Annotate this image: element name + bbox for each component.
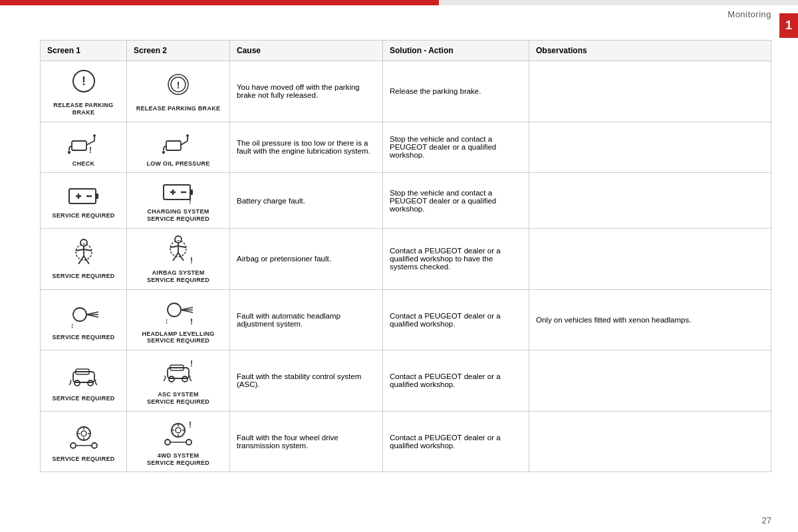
obs-cell: Only on vehicles fitted with xenon headl… [529, 289, 771, 350]
svg-text:!: ! [177, 80, 180, 90]
svg-point-72 [70, 443, 76, 448]
obs-cell [529, 173, 771, 229]
svg-line-41 [178, 246, 186, 247]
monitoring-table: Screen 1 Screen 2 Cause Solution - Actio… [40, 40, 771, 472]
table-row: SERVICE REQUIRED ! [41, 173, 771, 229]
svg-line-40 [170, 246, 178, 247]
obs-cell [529, 350, 771, 412]
svg-line-34 [84, 249, 92, 251]
cause-cell: Fault with automatic headlamp adjustment… [230, 289, 383, 350]
svg-text:!: ! [189, 196, 192, 205]
screen1-cell: ↕ SERVICE REQUIRED [41, 289, 127, 350]
svg-point-11 [68, 150, 70, 154]
col-header-screen2: Screen 2 [127, 41, 230, 61]
top-bar [0, 0, 798, 5]
solution-cell: Contact a PEUGEOT dealer or a qualified … [383, 350, 529, 412]
svg-point-63 [169, 376, 174, 382]
table-row: ↕ SERVICE REQUIRED ↕ ! [41, 289, 771, 350]
svg-line-14 [181, 141, 188, 145]
col-header-observations: Observations [529, 41, 771, 61]
screen1-cell: SERVICE REQUIRED [41, 350, 127, 412]
cause-cell: Battery charge fault. [230, 173, 383, 229]
headlamp-icon-s1: ↕ SERVICE REQUIRED [52, 299, 114, 341]
page-number: 27 [762, 515, 771, 525]
headlamp-icon-s2: ↕ ! HEADLAMP LEVELLINGSERVICE REQUIRED [142, 295, 214, 345]
cause-cell: Fault with the four wheel drive transmis… [230, 411, 383, 472]
screen1-cell: ! CHECK [41, 122, 127, 173]
svg-point-38 [175, 236, 182, 243]
cause-cell: You have moved off with the parking brak… [230, 61, 383, 122]
4wd-icon-s2: ! 4WD SYSTEMSERVICE REQUIRED [147, 417, 209, 467]
svg-text:!: ! [189, 420, 192, 430]
battery-icon-s2: ! CHARGING SYSTEMSERVICE REQUIRED [147, 178, 209, 223]
svg-point-67 [81, 431, 86, 436]
screen1-cell: SERVICE REQUIRED [41, 411, 127, 472]
cause-cell: Fault with the stability control system … [230, 350, 383, 412]
cause-cell: Airbag or pretensioner fault. [230, 228, 383, 289]
oil-pressure-icon-s1: ! CHECK [66, 128, 101, 168]
cause-cell: The oil pressure is too low or there is … [230, 122, 383, 173]
battery-icon-s1: SERVICE REQUIRED [52, 182, 114, 219]
table-row: ! RELEASE PARKINGBRAKE ! RELEASE PARKING… [41, 61, 771, 122]
solution-cell: Contact a PEUGEOT dealer or a qualified … [383, 411, 529, 472]
svg-point-59 [74, 380, 80, 386]
svg-text:↕: ↕ [70, 321, 74, 329]
screen2-cell: ! 4WD SYSTEMSERVICE REQUIRED [127, 411, 230, 472]
solution-cell: Contact a PEUGEOT dealer or a qualified … [383, 289, 529, 350]
airbag-icon-s1: SERVICE REQUIRED [52, 237, 114, 280]
svg-point-31 [80, 239, 87, 246]
svg-line-33 [76, 249, 84, 251]
svg-point-76 [176, 428, 181, 433]
airbag-icon-s2: ! AIRBAG SYSTEMSERVICE REQUIRED [147, 234, 209, 284]
svg-point-81 [165, 440, 170, 445]
obs-cell [529, 228, 771, 289]
obs-cell [529, 61, 771, 122]
svg-rect-5 [72, 141, 86, 150]
parking-brake-icon-s1: ! RELEASE PARKINGBRAKE [53, 66, 113, 116]
screen2-cell: ↕ ! HEADLAMP LEVELLINGSERVICE REQUIRED [127, 289, 230, 350]
solution-cell: Release the parking brake. [383, 61, 529, 122]
svg-rect-26 [190, 190, 193, 195]
page-header: Monitoring [728, 9, 771, 19]
oil-pressure-icon-s2: LOW OIL PRESSURE [146, 128, 209, 168]
table-row: SERVICE REQUIRED ! [41, 228, 771, 289]
obs-cell [529, 411, 771, 472]
svg-point-46 [73, 308, 86, 321]
svg-point-19 [162, 150, 165, 154]
svg-text:!: ! [190, 256, 193, 265]
col-header-screen1: Screen 1 [41, 41, 127, 61]
table-row: SERVICE REQUIRED [41, 411, 771, 472]
svg-text:↕: ↕ [165, 317, 169, 325]
screen1-cell: SERVICE REQUIRED [41, 228, 127, 289]
svg-text:!: ! [190, 359, 193, 368]
svg-point-64 [182, 376, 188, 382]
svg-point-73 [92, 443, 97, 448]
screen1-cell: SERVICE REQUIRED [41, 173, 127, 229]
screen2-cell: LOW OIL PRESSURE [127, 122, 230, 173]
main-content: Screen 1 Screen 2 Cause Solution - Actio… [40, 40, 771, 505]
page-tab: 1 [779, 13, 798, 38]
screen2-cell: ! AIRBAG SYSTEMSERVICE REQUIRED [127, 228, 230, 289]
svg-line-6 [86, 141, 94, 145]
screen2-cell: ! CHARGING SYSTEMSERVICE REQUIRED [127, 173, 230, 229]
svg-rect-13 [166, 141, 181, 150]
svg-point-82 [186, 440, 192, 445]
parking-brake-icon-s2: ! RELEASE PARKING BRAKE [136, 70, 221, 112]
screen2-cell: ! RELEASE PARKING BRAKE [127, 61, 230, 122]
table-row: SERVICE REQUIRED ! [41, 350, 771, 412]
solution-cell: Stop the vehicle and contact a PEUGEOT d… [383, 173, 529, 229]
svg-text:!: ! [89, 146, 92, 155]
col-header-solution: Solution - Action [383, 41, 529, 61]
solution-cell: Stop the vehicle and contact a PEUGEOT d… [383, 122, 529, 173]
svg-text:!: ! [82, 74, 86, 88]
obs-cell [529, 122, 771, 173]
screen1-cell: ! RELEASE PARKINGBRAKE [41, 61, 127, 122]
table-row: ! CHECK [41, 122, 771, 173]
svg-point-51 [168, 303, 181, 317]
col-header-cause: Cause [230, 41, 383, 61]
svg-point-16 [186, 134, 189, 137]
solution-cell: Contact a PEUGEOT dealer or a qualified … [383, 228, 529, 289]
asc-icon-s1: SERVICE REQUIRED [52, 360, 114, 402]
svg-point-60 [88, 380, 93, 386]
svg-rect-21 [96, 194, 98, 199]
